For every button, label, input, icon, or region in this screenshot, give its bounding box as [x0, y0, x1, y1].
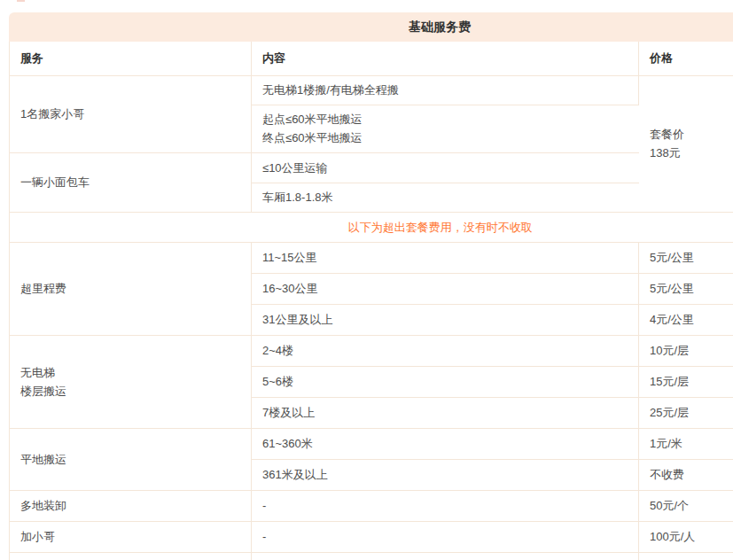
price-cell: 100元/人 — [639, 521, 733, 552]
service-name-line: 楼层搬运 — [20, 382, 251, 401]
service-name-cell: 超里程费 — [10, 242, 252, 335]
package-row: 1名搬家小哥 无电梯1楼搬/有电梯全程搬 套餐价 138元 — [10, 75, 733, 105]
content-cell — [252, 552, 639, 560]
fees-table: 服务 内容 价格 1名搬家小哥 无电梯1楼搬/有电梯全程搬 套餐价 138元 起… — [9, 42, 733, 560]
price-cell — [639, 552, 733, 560]
service-name-cell: 平地搬运 — [10, 428, 252, 490]
price-cell: 5元/公里 — [639, 242, 733, 273]
price-cell: 10元/层 — [639, 335, 733, 366]
fee-row: 无电梯 楼层搬运 2~4楼 10元/层 — [10, 335, 733, 366]
package-price-label: 套餐价 — [650, 125, 733, 144]
col-header-price: 价格 — [639, 42, 733, 75]
service-name-cell — [10, 552, 252, 560]
content-cell: - — [252, 490, 639, 521]
col-header-content: 内容 — [252, 42, 639, 75]
fee-row: 多地装卸 - 50元/个 — [10, 490, 733, 521]
fee-row: 加小哥 - 100元/人 — [10, 521, 733, 552]
table-header-row: 服务 内容 价格 — [10, 42, 733, 75]
table-title: 基础服务费 — [409, 19, 471, 34]
service-name-cell: 1名搬家小哥 — [10, 75, 252, 152]
service-name-cell: 一辆小面包车 — [10, 152, 252, 212]
fee-row: 平地搬运 61~360米 1元/米 — [10, 428, 733, 459]
clipped-top-artifact — [17, 0, 25, 2]
content-cell: 61~360米 — [252, 428, 639, 459]
price-cell: 25元/层 — [639, 397, 733, 428]
content-line: 起点≤60米平地搬运 — [262, 110, 639, 128]
price-cell: 15元/层 — [639, 366, 733, 397]
pricing-table-section: 基础服务费 服务 内容 价格 1名搬家小哥 无电梯1楼搬/有电梯全程搬 套餐价 … — [9, 12, 733, 560]
content-cell: 2~4楼 — [252, 335, 639, 366]
content-cell: ≤10公里运输 — [252, 152, 639, 183]
price-cell: 1元/米 — [639, 428, 733, 459]
content-cell: - — [252, 521, 639, 552]
col-header-service: 服务 — [10, 42, 252, 75]
clipped-bottom-row — [10, 552, 733, 560]
content-cell: 无电梯1楼搬/有电梯全程搬 — [252, 75, 639, 105]
content-cell: 车厢1.8-1.8米 — [252, 183, 639, 212]
content-cell: 16~30公里 — [252, 273, 639, 304]
content-line: 终点≤60米平地搬运 — [262, 128, 639, 147]
fee-row: 超里程费 11~15公里 5元/公里 — [10, 242, 733, 273]
content-cell: 5~6楼 — [252, 366, 639, 397]
divider-note: 以下为超出套餐费用，没有时不收取 — [10, 212, 733, 242]
table-title-bar: 基础服务费 — [9, 12, 733, 42]
content-cell: 起点≤60米平地搬运 终点≤60米平地搬运 — [252, 105, 639, 152]
price-cell: 4元/公里 — [639, 304, 733, 335]
package-price-value: 138元 — [650, 144, 733, 162]
service-name-cell: 加小哥 — [10, 521, 252, 552]
content-cell: 7楼及以上 — [252, 397, 639, 428]
package-row: 一辆小面包车 ≤10公里运输 — [10, 152, 733, 183]
content-cell: 31公里及以上 — [252, 304, 639, 335]
divider-row: 以下为超出套餐费用，没有时不收取 — [10, 212, 733, 242]
price-cell: 不收费 — [639, 459, 733, 490]
content-cell: 361米及以上 — [252, 459, 639, 490]
content-cell: 11~15公里 — [252, 242, 639, 273]
service-name-line: 无电梯 — [20, 363, 251, 382]
service-name-cell: 无电梯 楼层搬运 — [10, 335, 252, 428]
package-price-cell: 套餐价 138元 — [639, 75, 733, 212]
price-cell: 50元/个 — [639, 490, 733, 521]
service-name-cell: 多地装卸 — [10, 490, 252, 521]
price-cell: 5元/公里 — [639, 273, 733, 304]
